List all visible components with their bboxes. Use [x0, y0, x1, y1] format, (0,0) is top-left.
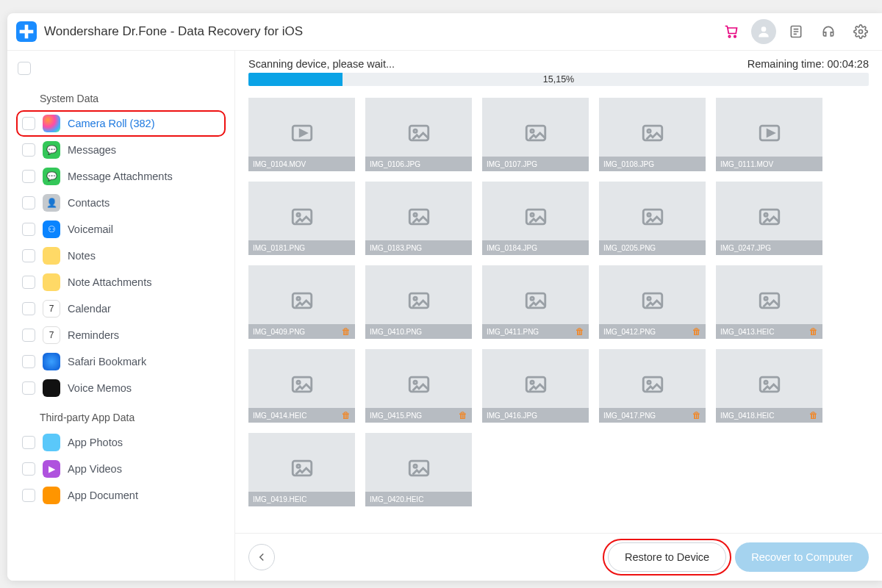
back-button[interactable] [248, 544, 275, 570]
thumbnail-filename: IMG_0414.HEIC [253, 412, 339, 420]
checkbox[interactable] [22, 436, 35, 449]
svg-point-38 [413, 381, 416, 384]
feedback-icon[interactable] [784, 19, 808, 44]
image-icon [640, 204, 665, 232]
cart-icon[interactable] [719, 19, 744, 44]
thumbnail-item[interactable]: IMG_0414.HEIC🗑 [248, 349, 355, 423]
sidebar-item-notes[interactable]: Notes [7, 243, 234, 269]
app-logo-icon [16, 21, 37, 42]
thumbnail-label-bar: IMG_0181.PNG [248, 240, 355, 255]
scan-header: Scanning device, please wait... Remainin… [235, 51, 882, 87]
sidebar-item-reminders[interactable]: 7 Reminders [7, 322, 234, 348]
svg-rect-1 [20, 30, 34, 34]
thumbnail-filename: IMG_0205.PNG [603, 244, 701, 252]
trash-icon: 🗑 [692, 326, 701, 337]
checkbox[interactable] [22, 223, 35, 236]
sidebar-item-note-attachments[interactable]: Note Attachments [7, 269, 234, 295]
messages-icon: 💬 [43, 141, 60, 159]
sidebar-item-voice-memos[interactable]: Voice Memos [7, 375, 234, 401]
avatar-icon[interactable] [751, 19, 776, 44]
sidebar-item-label: Reminders [68, 329, 119, 341]
thumbnail-label-bar: IMG_0415.PNG🗑 [365, 408, 472, 423]
select-all-checkbox[interactable] [18, 62, 31, 75]
thumbnail-item[interactable]: IMG_0106.JPG [365, 98, 472, 171]
checkbox[interactable] [22, 170, 35, 183]
thumbnail-item[interactable]: IMG_0184.JPG [482, 182, 589, 255]
image-icon [406, 456, 431, 484]
image-icon [290, 456, 315, 484]
support-icon[interactable] [816, 19, 841, 44]
sidebar-item-message-attachments[interactable]: 💬 Message Attachments [7, 163, 234, 190]
thumbnail-filename: IMG_0418.HEIC [720, 412, 806, 420]
svg-point-30 [530, 297, 533, 300]
thumbnail-item[interactable]: IMG_0410.PNG [365, 265, 472, 339]
thumbnail-item[interactable]: IMG_0415.PNG🗑 [365, 349, 472, 423]
checkbox[interactable] [22, 302, 35, 315]
thumbnail-filename: IMG_0247.JPG [720, 244, 818, 252]
sidebar-item-voicemail[interactable]: ⚇ Voicemail [7, 216, 234, 243]
contacts-icon: 👤 [43, 194, 60, 212]
thumbnail-item[interactable]: IMG_0107.JPG [482, 98, 589, 171]
svg-point-36 [296, 381, 299, 384]
thumbnail-filename: IMG_0420.HEIC [370, 495, 467, 503]
checkbox[interactable] [22, 462, 35, 476]
app-title: Wondershare Dr.Fone - Data Recovery for … [44, 24, 303, 39]
thumbnail-item[interactable]: IMG_0108.JPG [599, 98, 706, 171]
thumbnail-filename: IMG_0181.PNG [253, 244, 351, 252]
checkbox[interactable] [22, 489, 35, 502]
checkbox[interactable] [22, 381, 35, 395]
thumbnail-item[interactable]: IMG_0411.PNG🗑 [482, 265, 589, 339]
thumbnail-label-bar: IMG_0107.JPG [482, 157, 589, 171]
checkbox[interactable] [22, 329, 35, 342]
sidebar-item-messages[interactable]: 💬 Messages [7, 137, 234, 163]
sidebar-item-label: Note Attachments [68, 276, 151, 288]
checkbox[interactable] [22, 355, 35, 368]
image-icon [290, 288, 315, 316]
thumbnail-item[interactable]: IMG_0420.HEIC [365, 433, 472, 506]
svg-point-18 [413, 213, 416, 216]
sidebar-item-label: Calendar [68, 303, 111, 315]
checkbox[interactable] [22, 143, 35, 157]
checkbox[interactable] [22, 117, 35, 130]
thumbnail-item[interactable]: IMG_0417.PNG🗑 [599, 349, 706, 423]
image-icon [523, 372, 548, 400]
thumbnail-item[interactable]: IMG_0416.JPG [482, 349, 589, 423]
svg-point-46 [296, 465, 299, 467]
scan-status-text: Scanning device, please wait... [248, 58, 395, 70]
sidebar-item-app-document[interactable]: App Document [7, 482, 234, 509]
sidebar-item-label: Messages [68, 144, 116, 156]
thumbnail-item[interactable]: IMG_0418.HEIC🗑 [716, 349, 822, 423]
thumbnail-item[interactable]: IMG_0205.PNG [599, 182, 706, 255]
thumbnail-item[interactable]: IMG_0409.PNG🗑 [248, 265, 355, 339]
thumbnail-item[interactable]: IMG_0181.PNG [248, 182, 355, 255]
sidebar-item-app-photos[interactable]: App Photos [7, 429, 234, 456]
thumbnail-item[interactable]: IMG_0247.JPG [716, 182, 822, 255]
sidebar-item-app-videos[interactable]: ▶ App Videos [7, 456, 234, 482]
thumbnail-filename: IMG_0412.PNG [603, 328, 689, 336]
checkbox[interactable] [22, 276, 35, 289]
sidebar-item-calendar[interactable]: 7 Calendar [7, 295, 234, 322]
thumbnail-filename: IMG_0410.PNG [370, 328, 467, 336]
checkbox[interactable] [22, 249, 35, 262]
thumbnail-item[interactable]: IMG_0183.PNG [365, 182, 472, 255]
svg-point-6 [859, 30, 863, 34]
thumbnail-item[interactable]: IMG_0419.HEIC [248, 433, 355, 506]
thumbnail-filename: IMG_0111.MOV [720, 160, 818, 168]
sidebar-item-label: Camera Roll (382) [68, 118, 154, 129]
recover-to-computer-button[interactable]: Recover to Computer [735, 542, 869, 572]
restore-to-device-button[interactable]: Restore to Device [608, 542, 726, 572]
thumbnail-filename: IMG_0104.MOV [253, 160, 351, 168]
thumbnail-filename: IMG_0411.PNG [487, 328, 573, 336]
sidebar-item-contacts[interactable]: 👤 Contacts [7, 190, 234, 216]
thumbnail-item[interactable]: IMG_0413.HEIC🗑 [716, 265, 822, 339]
thumbnail-item[interactable]: IMG_0104.MOV [248, 98, 355, 171]
voice-memos-icon [43, 379, 60, 397]
thumbnail-item[interactable]: IMG_0412.PNG🗑 [599, 265, 706, 339]
settings-icon[interactable] [848, 19, 873, 44]
thumbnail-item[interactable]: IMG_0111.MOV [716, 98, 822, 171]
sidebar-item-camera-roll[interactable]: Camera Roll (382) [7, 110, 234, 137]
thumbnail-label-bar: IMG_0104.MOV [248, 157, 355, 171]
sidebar-item-safari-bookmark[interactable]: Safari Bookmark [7, 348, 234, 375]
thumbnail-label-bar: IMG_0183.PNG [365, 240, 472, 255]
checkbox[interactable] [22, 196, 35, 209]
